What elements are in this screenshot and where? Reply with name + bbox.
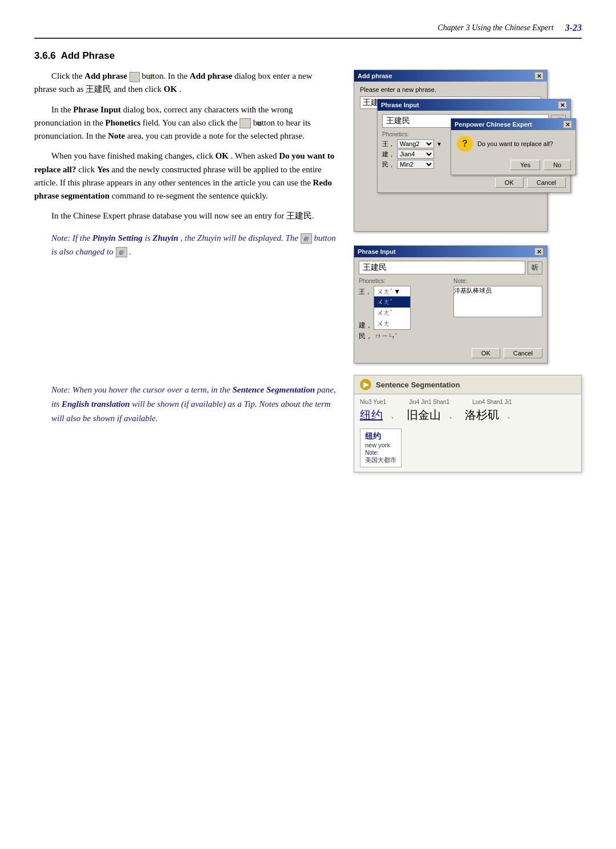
phrase-chinese-display-2: 王建民 bbox=[359, 261, 525, 274]
phrase-input-2-title: Phrase Input bbox=[358, 248, 396, 255]
phrase-input-1-ok[interactable]: OK bbox=[495, 177, 524, 188]
paragraph-4: In the Chinese Expert phrase database yo… bbox=[34, 209, 337, 223]
bottom-left: Note: When you hover the cursor over a t… bbox=[34, 375, 337, 472]
paragraph-2: In the Phrase Input dialog box, correct … bbox=[34, 103, 337, 143]
tooltip-english: new york bbox=[365, 442, 396, 448]
seg-pinyin-row: Niu3 Yue1 Jiu4 Jin1 Shan1 Luo4 Shan1 Ji1 bbox=[360, 399, 576, 405]
note-label-2: Note: bbox=[453, 278, 542, 284]
speak-button-2[interactable]: 听 bbox=[528, 261, 542, 274]
chapter-title: Chapter 3 Using the Chinese Expert bbox=[437, 23, 553, 33]
paragraph-3: When you have finished making changes, c… bbox=[34, 149, 337, 203]
speak-icon-inline: 听 bbox=[240, 118, 251, 128]
penpower-dialog: Penpower Chinese Expert ✕ ? Do you want … bbox=[451, 118, 576, 175]
page-number: 3-23 bbox=[565, 23, 582, 33]
phonetic-select-0[interactable]: Wang2 bbox=[397, 139, 434, 148]
phrase-input-2-titlebar: Phrase Input ✕ bbox=[354, 246, 547, 257]
seg-title: Sentence Segmentation bbox=[376, 381, 460, 389]
phrase-input-2-cancel[interactable]: Cancel bbox=[504, 348, 542, 358]
add-phrase-icon-inline: 📝 bbox=[129, 72, 140, 82]
chinese-1[interactable]: 旧金山 bbox=[407, 407, 441, 423]
phrase-input-1-buttons: OK Cancel bbox=[378, 175, 570, 192]
page-header: Chapter 3 Using the Chinese Expert 3-23 bbox=[34, 23, 582, 39]
page: Chapter 3 Using the Chinese Expert 3-23 … bbox=[0, 0, 616, 849]
note-col-2: Note: 洋基队棒球员 bbox=[453, 278, 542, 342]
bottom-section: Note: When you hover the cursor over a t… bbox=[34, 375, 582, 472]
sentence-segmentation-panel: ▶ Sentence Segmentation Niu3 Yue1 Jiu4 J… bbox=[354, 375, 582, 472]
add-phrase-label: Please enter a new phrase. bbox=[360, 86, 541, 93]
dropdown-item-selected[interactable]: ㄨㄤˊ bbox=[374, 297, 410, 308]
chinese-0[interactable]: 纽约 bbox=[360, 407, 383, 423]
phonetic-row-2-2: 民， ㄇㄧㄣˊ bbox=[359, 331, 448, 341]
penpower-close[interactable]: ✕ bbox=[563, 120, 572, 128]
sep-0: 、 bbox=[391, 410, 399, 421]
dropdown-arrow-0: ▼ bbox=[436, 141, 442, 147]
tooltip-note: 美国大都市 bbox=[365, 456, 396, 464]
phrase-input-1-cancel[interactable]: Cancel bbox=[527, 177, 566, 188]
penpower-title: Penpower Chinese Expert bbox=[455, 121, 532, 128]
chinese-2[interactable]: 洛杉矶 bbox=[465, 407, 499, 423]
note-block-1: Note: If the Pinyin Setting is Zhuyin , … bbox=[51, 231, 337, 258]
right-screenshots-column: Add phrase ✕ Please enter a new phrase. … bbox=[354, 70, 582, 363]
phrase-input-2-ok[interactable]: OK bbox=[472, 348, 500, 358]
phonetic-select-1[interactable]: Jian4 bbox=[397, 149, 434, 159]
add-phrase-title: Add phrase bbox=[358, 72, 392, 79]
section-title: Add Phrase bbox=[61, 50, 115, 61]
bottom-right: ▶ Sentence Segmentation Niu3 Yue1 Jiu4 J… bbox=[354, 375, 582, 472]
note-textarea-2[interactable]: 洋基队棒球员 bbox=[453, 286, 542, 317]
tooltip-chinese: 纽约 bbox=[365, 431, 396, 442]
dropdown-item-2[interactable]: ㄨㄤˋ bbox=[374, 308, 410, 318]
seg-header: ▶ Sentence Segmentation bbox=[354, 375, 581, 394]
sep-1: 、 bbox=[449, 410, 457, 421]
phrase-input-2-close[interactable]: ✕ bbox=[534, 248, 544, 256]
note-block-2: Note: When you hover the cursor over a t… bbox=[51, 383, 337, 425]
seg-chinese-row: 纽约 、 旧金山 、 洛杉矶 、 bbox=[360, 407, 576, 423]
penpower-content: ? Do you want to replace all? bbox=[451, 130, 576, 157]
phrase-input-1-title: Phrase Input bbox=[381, 102, 419, 108]
phonetic-select-2[interactable]: Min2 bbox=[397, 160, 434, 169]
section-number: 3.6.6 bbox=[34, 50, 56, 61]
phrase-input-2-buttons: OK Cancel bbox=[354, 346, 547, 363]
penpower-yes-button[interactable]: Yes bbox=[510, 160, 540, 170]
seg-icon: ▶ bbox=[360, 379, 371, 390]
penpower-no-button[interactable]: No bbox=[544, 160, 571, 170]
phonetics-col-2: Phonetics: 王， ㄨㄤˊ ▼ ㄨㄤˊ ㄨㄤˋ ㄨㄤ bbox=[359, 278, 448, 342]
pinyin-0: Niu3 Yue1 bbox=[360, 399, 386, 405]
penpower-buttons: Yes No bbox=[451, 157, 576, 175]
seg-content: Niu3 Yue1 Jiu4 Jin1 Shan1 Luo4 Shan1 Ji1… bbox=[354, 394, 581, 472]
add-phrase-close[interactable]: ✕ bbox=[534, 72, 544, 80]
pinyin-1: Jiu4 Jin1 Shan1 bbox=[409, 399, 449, 405]
section-heading: 3.6.6 Add Phrase bbox=[34, 50, 582, 62]
pinyin-2: Luo4 Shan1 Ji1 bbox=[472, 399, 512, 405]
left-text-column: Click the Add phrase 📝 button. In the Ad… bbox=[34, 70, 337, 363]
speak-icon-inline-3: 听 bbox=[116, 247, 127, 257]
sep-2: 、 bbox=[507, 410, 515, 421]
phonetics-label-2: Phonetics: bbox=[359, 278, 448, 284]
penpower-message: Do you want to replace all? bbox=[477, 140, 553, 147]
phrase-input-1-titlebar: Phrase Input ✕ bbox=[378, 99, 570, 111]
penpower-titlebar: Penpower Chinese Expert ✕ bbox=[451, 119, 576, 130]
tooltip-note-label: Note: bbox=[365, 450, 396, 456]
paragraph-1: Click the Add phrase 📝 button. In the Ad… bbox=[34, 70, 337, 96]
seg-tooltip: 纽约 new york Note: 美国大都市 bbox=[360, 428, 402, 467]
question-icon: ? bbox=[457, 136, 473, 152]
phrase-input-dialog-2: Phrase Input ✕ 王建民 听 Phonetics: 王， bbox=[354, 245, 548, 363]
content-area: Click the Add phrase 📝 button. In the Ad… bbox=[34, 70, 582, 363]
phonetic-row-2-0: 王， ㄨㄤˊ ▼ ㄨㄤˊ ㄨㄤˋ ㄨㄤ bbox=[359, 286, 448, 298]
speak-icon-inline-2: 听 bbox=[301, 233, 312, 244]
add-phrase-dialog: Add phrase ✕ Please enter a new phrase. … bbox=[354, 70, 548, 232]
add-phrase-titlebar: Add phrase ✕ bbox=[354, 70, 547, 82]
phrase-input-1-close[interactable]: ✕ bbox=[558, 101, 567, 109]
phrase-input-dialog-1: Phrase Input ✕ 王建民 听 Phonetics: 王 bbox=[377, 99, 571, 193]
phonetic-dropdown-list: ㄨㄤˊ ㄨㄤˋ ㄨㄤ bbox=[374, 296, 411, 330]
dropdown-item-3[interactable]: ㄨㄤ bbox=[374, 318, 410, 329]
